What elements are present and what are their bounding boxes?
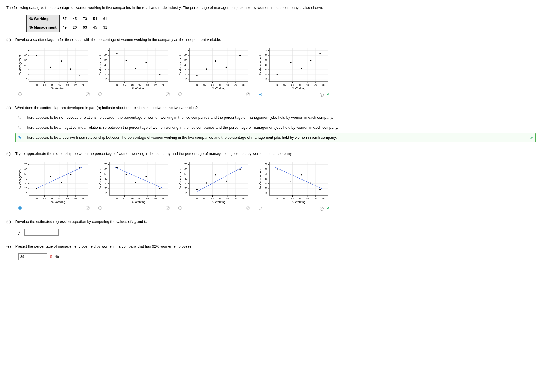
answer-option[interactable]: There appears to be a positive linear re… xyxy=(15,133,536,142)
svg-text:45: 45 xyxy=(275,83,278,86)
svg-text:60: 60 xyxy=(184,54,187,57)
svg-text:75: 75 xyxy=(242,197,245,200)
svg-text:75: 75 xyxy=(82,197,84,200)
svg-point-304 xyxy=(159,188,160,189)
chart-radio[interactable] xyxy=(18,206,22,210)
svg-point-99 xyxy=(116,53,117,54)
scatter-plot: 4550556065707510203040506070% Working% M… xyxy=(178,160,250,204)
data-table: % Working 67 45 73 54 61 % Management 49… xyxy=(26,15,110,32)
svg-text:10: 10 xyxy=(184,78,187,81)
svg-point-203 xyxy=(301,68,302,69)
svg-text:20: 20 xyxy=(104,187,107,190)
svg-text:% Working: % Working xyxy=(212,87,225,90)
svg-text:20: 20 xyxy=(265,73,267,76)
svg-text:30: 30 xyxy=(184,68,187,71)
scatter-plot: 4550556065707510203040506070% Working% M… xyxy=(98,46,170,90)
prediction-input[interactable] xyxy=(18,253,47,260)
svg-text:45: 45 xyxy=(115,197,118,200)
svg-point-410 xyxy=(290,181,291,182)
radio-icon[interactable] xyxy=(18,136,21,139)
enlarge-icon[interactable]: ⤢ xyxy=(166,92,170,96)
table-cell: 45 xyxy=(90,23,100,32)
svg-text:50: 50 xyxy=(43,197,46,200)
chart-radio[interactable] xyxy=(259,93,262,96)
chart-radio[interactable] xyxy=(98,92,102,96)
svg-text:65: 65 xyxy=(66,83,69,86)
svg-text:70: 70 xyxy=(154,197,157,200)
svg-text:65: 65 xyxy=(226,197,229,200)
svg-text:% Working: % Working xyxy=(51,201,65,204)
svg-text:20: 20 xyxy=(104,73,107,76)
answer-option[interactable]: There appears to be a negative linear re… xyxy=(15,123,536,132)
svg-text:40: 40 xyxy=(104,64,107,66)
svg-text:75: 75 xyxy=(322,197,325,200)
enlarge-icon[interactable]: ⤢ xyxy=(320,207,324,211)
enlarge-icon[interactable]: ⤢ xyxy=(86,206,90,210)
chart-radio[interactable] xyxy=(259,207,262,210)
svg-text:45: 45 xyxy=(115,83,118,86)
svg-text:60: 60 xyxy=(58,197,61,200)
svg-text:% Management: % Management xyxy=(99,169,102,189)
svg-text:10: 10 xyxy=(24,192,27,195)
svg-text:% Working: % Working xyxy=(132,201,145,204)
svg-point-151 xyxy=(225,67,227,68)
svg-text:70: 70 xyxy=(184,163,187,166)
table-cell: 45 xyxy=(70,15,80,23)
enlarge-icon[interactable]: ⤢ xyxy=(246,92,250,96)
svg-text:70: 70 xyxy=(265,163,267,166)
yhat-label: ŷ = xyxy=(18,230,23,235)
svg-text:30: 30 xyxy=(24,182,27,185)
radio-icon[interactable] xyxy=(18,116,21,119)
svg-point-199 xyxy=(310,60,311,61)
svg-text:30: 30 xyxy=(265,68,267,71)
chart-radio[interactable] xyxy=(98,206,102,210)
svg-point-408 xyxy=(276,169,277,170)
svg-text:20: 20 xyxy=(265,187,267,190)
enlarge-icon[interactable]: ⤢ xyxy=(86,92,90,96)
radio-icon[interactable] xyxy=(18,126,21,129)
svg-text:% Management: % Management xyxy=(19,169,22,189)
svg-point-359 xyxy=(215,174,216,175)
part-a-prompt: Develop a scatter diagram for these data… xyxy=(15,37,536,43)
svg-point-48 xyxy=(79,75,80,76)
svg-text:65: 65 xyxy=(306,197,309,200)
svg-text:70: 70 xyxy=(314,83,317,86)
svg-text:60: 60 xyxy=(299,197,301,200)
answer-option[interactable]: There appears to be no noticeable relati… xyxy=(15,113,536,122)
svg-text:45: 45 xyxy=(195,83,198,86)
enlarge-icon[interactable]: ⤢ xyxy=(246,206,250,210)
part-a-label: (a) xyxy=(6,37,14,43)
svg-point-150 xyxy=(196,75,197,76)
svg-text:10: 10 xyxy=(184,192,187,195)
svg-text:45: 45 xyxy=(195,197,198,200)
svg-text:75: 75 xyxy=(322,83,325,86)
regression-equation-input[interactable] xyxy=(24,229,59,236)
svg-point-251 xyxy=(70,174,71,175)
enlarge-icon[interactable]: ⤢ xyxy=(166,206,170,210)
svg-text:55: 55 xyxy=(291,197,294,200)
option-text: There appears to be no noticeable relati… xyxy=(25,115,333,120)
enlarge-icon[interactable]: ⤢ xyxy=(320,93,324,97)
svg-text:55: 55 xyxy=(291,83,294,86)
svg-text:% Management: % Management xyxy=(259,55,262,75)
svg-text:% Management: % Management xyxy=(259,169,262,189)
svg-text:60: 60 xyxy=(265,168,267,171)
chart-radio[interactable] xyxy=(178,206,182,210)
svg-text:% Management: % Management xyxy=(19,55,22,75)
svg-text:40: 40 xyxy=(104,177,107,180)
svg-text:50: 50 xyxy=(265,173,267,175)
svg-text:70: 70 xyxy=(104,163,107,166)
svg-text:50: 50 xyxy=(265,59,267,62)
svg-point-202 xyxy=(290,62,291,63)
chart-radio[interactable] xyxy=(178,92,182,96)
row2-label: % Management xyxy=(27,23,60,32)
svg-text:50: 50 xyxy=(184,173,187,175)
svg-text:65: 65 xyxy=(146,197,149,200)
svg-text:50: 50 xyxy=(24,173,27,175)
chart-radio[interactable] xyxy=(18,92,22,96)
svg-point-201 xyxy=(319,53,321,54)
table-cell: 49 xyxy=(59,23,70,32)
svg-text:60: 60 xyxy=(299,83,301,86)
svg-text:60: 60 xyxy=(184,168,187,171)
svg-text:60: 60 xyxy=(219,197,221,200)
